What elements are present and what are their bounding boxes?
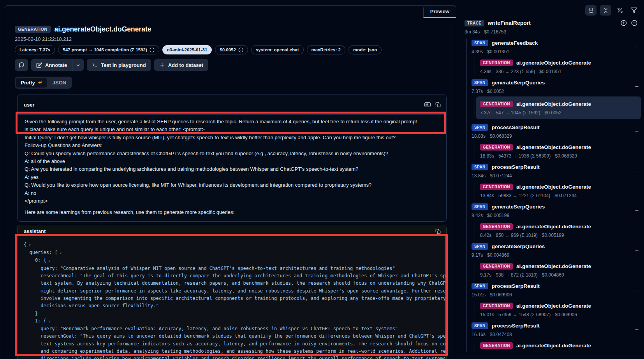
trace-metrics: 3m 34s $0.716753 [465, 29, 644, 35]
add-to-dataset-label: Add to dataset [168, 62, 203, 68]
toggle-json[interactable]: JSON [48, 78, 71, 88]
copy-icon[interactable] [435, 102, 441, 107]
collapse-span-icon[interactable]: − [635, 247, 639, 254]
generation-row[interactable]: GENERATIONai.generateObject.doGenerate9.… [480, 262, 644, 278]
generation-badge: GENERATION [480, 303, 513, 309]
collapse-span-icon[interactable]: − [635, 84, 639, 90]
user-role-label: user [24, 102, 34, 108]
collapse-vertical-icon [603, 7, 609, 14]
span-row[interactable]: SPANgenerateFeedback−4.39s$0.001351GENER… [467, 39, 644, 74]
span-badge: SPAN [472, 283, 488, 289]
code-line: query: "Comparative analysis of Whisper … [24, 265, 440, 272]
annotate-dropdown-button[interactable] [72, 59, 84, 71]
test-in-playground-button[interactable]: Test in playground [87, 59, 151, 71]
add-to-dataset-button[interactable]: Add to dataset [154, 59, 208, 71]
generation-metrics: 18.83s54373 → 1936 (Σ 56309)$0.068329 [480, 153, 644, 159]
copy-icon[interactable] [435, 229, 441, 234]
span-row[interactable]: SPANgenerateSerpQueries−7.37s$0.0052GENE… [467, 78, 644, 119]
generation-badge: GENERATION [480, 144, 513, 151]
span-metrics: 15.01s$0.069906 [472, 292, 644, 298]
trace-name: writeFinalReport [487, 20, 530, 26]
generation-badge: GENERATION [480, 184, 513, 190]
code-line: directions include exploring how environ… [24, 355, 440, 359]
generation-row[interactable]: GENERATIONai.generateObject.doGenerate4.… [480, 58, 644, 74]
span-metrics: 18.83s$0.068329 [472, 133, 644, 139]
generation-row[interactable]: GENERATIONai.generateObject.doGenerate13… [480, 182, 644, 198]
generation-name: ai.generateObject.doGenerate [516, 263, 591, 269]
user-text-line: Q: Could you specify which performance c… [25, 150, 439, 158]
collapse-chevron-icon[interactable]: ∨ [58, 251, 62, 255]
span-row[interactable]: SPANgenerateSerpQueries−9.17s$0.004869GE… [467, 242, 644, 278]
user-text-line: A: no [25, 189, 439, 197]
span-row[interactable]: SPANprocessSerpResult−16.16s$0.047408GEN… [467, 321, 644, 352]
span-row[interactable]: SPANprocessSerpResult−13.84s$0.071244GEN… [467, 163, 644, 198]
markdown-icon[interactable]: M↓ [424, 102, 431, 107]
pretty-label: Pretty [21, 80, 35, 86]
code-line: decisions versus open source flexibility… [24, 302, 440, 310]
code-line: queries: [ ∨ [24, 249, 440, 257]
chevron-down-icon [76, 63, 81, 68]
collapse-span-icon[interactable]: − [635, 128, 639, 135]
span-row[interactable]: SPANgenerateSerpQueries−8.42s$0.005199GE… [467, 202, 644, 238]
collapse-span-icon[interactable]: − [635, 287, 639, 293]
span-row[interactable]: SPANprocessSerpResult−15.01s$0.069906GEN… [467, 282, 644, 317]
collapse-chevron-icon[interactable]: ∨ [46, 319, 51, 323]
generation-name: ai.generateObject.doGenerate [516, 60, 591, 66]
user-message-card: user M↓ Given the following prompt from … [17, 95, 447, 222]
metadata-pill: maxRetries: 2 [307, 45, 345, 54]
collapse-span-icon[interactable]: − [635, 208, 639, 214]
tab-preview-label: Preview [430, 9, 449, 14]
generation-badge: GENERATION [480, 342, 513, 349]
comment-button[interactable] [15, 59, 28, 71]
user-text-line: Follow-up Questions and Answers: [25, 142, 439, 149]
collapse-span-icon[interactable]: − [635, 44, 639, 50]
observation-preview-panel: Preview GENERATION ai.generateObject.doG… [4, 5, 456, 359]
tab-preview[interactable]: Preview [423, 5, 456, 18]
observation-type-badge: GENERATION [15, 26, 51, 33]
generation-metrics: 7.37s547 → 1045 (Σ 1592)$0.0052 [480, 110, 637, 116]
metadata-pills: Latency: 7.37s547 prompt → 1045 completi… [15, 45, 447, 54]
comment-icon [18, 62, 25, 68]
span-name: processSerpResult [492, 164, 540, 170]
metadata-pill: system: openai.chat [251, 45, 304, 54]
collapse-span-icon[interactable]: − [635, 327, 639, 333]
span-badge: SPAN [472, 79, 488, 86]
generation-row[interactable]: GENERATIONai.generateObject.doGenerate [480, 341, 644, 352]
span-badge: SPAN [472, 203, 488, 210]
toggle-pretty[interactable]: Pretty [16, 78, 47, 88]
user-text-line: Here are some learnings from previous re… [25, 208, 439, 216]
playground-label: Test in playground [101, 62, 146, 68]
span-row[interactable]: SPANprocessSerpResult−18.83s$0.068329GEN… [467, 123, 644, 159]
code-line: } [24, 310, 440, 317]
edit-icon [36, 62, 42, 68]
user-text-line: Given the following prompt from the user… [25, 118, 439, 126]
collapse-chevron-icon[interactable]: ∨ [46, 259, 51, 263]
info-icon [150, 47, 155, 53]
code-line: text system. By analyzing technical docu… [24, 280, 440, 287]
user-message-text: Given the following prompt from the user… [18, 115, 446, 221]
collapse-span-icon[interactable]: − [635, 168, 639, 174]
trace-root-row[interactable]: TRACE writeFinalReport [465, 19, 644, 27]
collapse-chevron-icon[interactable]: ∨ [26, 243, 31, 247]
generation-row-selected[interactable]: GENERATIONai.generateObject.doGenerate7.… [476, 96, 641, 119]
metrics-toggle-button[interactable] [615, 5, 625, 16]
span-metrics: 8.42s$0.005199 [472, 213, 644, 218]
span-badge: SPAN [472, 164, 488, 170]
view-toggle: Pretty JSON [15, 77, 72, 89]
award-icon [588, 7, 594, 14]
generation-row[interactable]: GENERATIONai.generateObject.doGenerate8.… [480, 222, 644, 238]
annotate-button[interactable]: Annotate [31, 59, 72, 71]
filter-button[interactable] [629, 5, 639, 16]
generation-row[interactable]: GENERATIONai.generateObject.doGenerate18… [480, 143, 644, 159]
trace-tree: SPANgenerateFeedback−4.39s$0.001351GENER… [466, 39, 644, 352]
collapse-tree-button[interactable] [600, 5, 611, 16]
filter-icon [631, 7, 637, 14]
annotation-queue-button[interactable] [585, 5, 596, 16]
generation-row[interactable]: GENERATIONai.generateObject.doGenerate15… [480, 301, 644, 317]
metadata-pill: 547 prompt → 1045 completion (Σ 1592) [58, 45, 159, 54]
span-name: generateSerpQueries [492, 243, 545, 249]
trace-cost: $0.716753 [484, 29, 506, 35]
span-badge: SPAN [472, 40, 488, 46]
code-line: researchGoal: "The goal of this query is… [24, 272, 440, 280]
span-name: processSerpResult [492, 283, 540, 289]
